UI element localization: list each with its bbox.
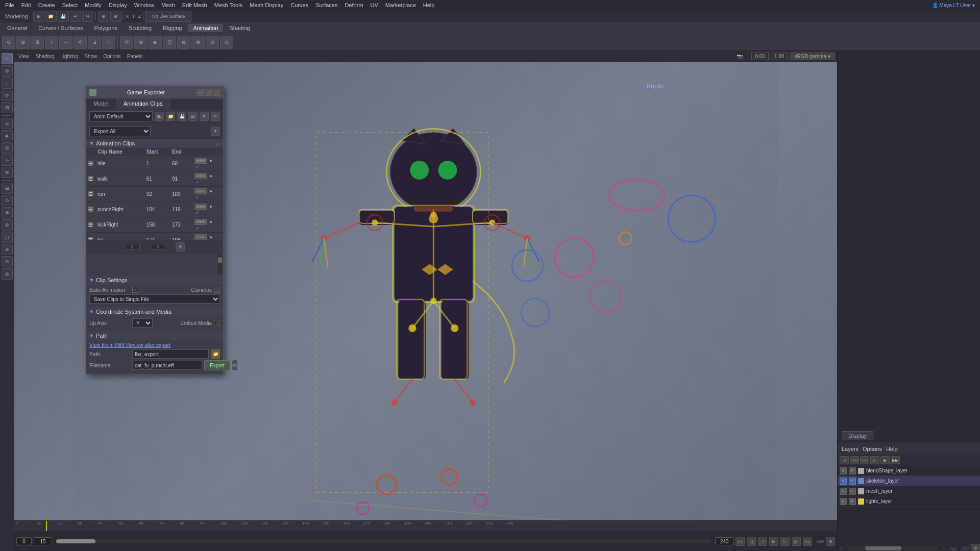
playback-prev-key[interactable]: ◁| xyxy=(747,537,756,546)
mode-btn-4[interactable]: ↩ xyxy=(70,11,81,22)
shelf-tab-general[interactable]: General xyxy=(2,24,32,32)
tool-11[interactable]: ⊞ xyxy=(2,183,13,194)
menu-help[interactable]: Help xyxy=(420,2,438,9)
vp-btn-shading[interactable]: Shading xyxy=(34,53,57,60)
menu-select[interactable]: Select xyxy=(59,2,81,9)
ge-preset-select[interactable]: Anim Default xyxy=(89,111,153,121)
layer-vis-blendshape[interactable]: V xyxy=(840,467,847,474)
ge-axis-select[interactable]: Y xyxy=(132,318,153,328)
tool-17[interactable]: ⊕ xyxy=(2,256,13,267)
mode-btn-3[interactable]: 💾 xyxy=(58,11,69,22)
layer-forward-btn[interactable]: ▷▷ xyxy=(860,456,869,464)
playback-next-frame[interactable]: ▷ xyxy=(780,537,790,546)
menu-marketplace[interactable]: Marketplace xyxy=(382,2,419,9)
menu-deform[interactable]: Deform xyxy=(341,2,366,9)
tool-14[interactable]: ⊛ xyxy=(2,219,13,231)
current-frame-input[interactable] xyxy=(34,537,52,545)
menu-edit-mesh[interactable]: Edit Mesh xyxy=(179,2,210,9)
shelf-icon-8[interactable]: ⊹ xyxy=(102,36,115,49)
clip-check-idle[interactable]: ✓ xyxy=(194,164,201,170)
shelf-tab-shading[interactable]: Shading xyxy=(224,24,255,32)
layer-p-mesh[interactable]: P xyxy=(849,488,856,495)
ge-new-end[interactable] xyxy=(150,244,165,250)
layer-back-btn[interactable]: ◁◁ xyxy=(850,456,859,464)
clip-drag-kickRight[interactable]: ☰ xyxy=(88,222,93,227)
ge-preset-btn-2[interactable]: 📁 xyxy=(166,112,175,121)
clip-check-walk[interactable]: ✓ xyxy=(194,179,201,185)
layer-end-btn[interactable]: ▷ xyxy=(870,456,879,464)
timeline-ruler[interactable]: 0 10 20 30 40 50 60 70 80 90 100 110 120… xyxy=(14,521,837,531)
menu-window[interactable]: Window xyxy=(131,2,157,9)
tool-5[interactable]: ⊞ xyxy=(2,102,13,113)
mode-btn-5[interactable]: ↪ xyxy=(82,11,93,22)
tool-9[interactable]: ⊹ xyxy=(2,155,13,166)
menu-edit[interactable]: Edit xyxy=(18,2,34,9)
clip-drag-walk[interactable]: ☰ xyxy=(88,176,93,181)
tool-10[interactable]: ⊕ xyxy=(2,167,13,178)
clip-keys-walk[interactable]: ⊞⊞⊞ xyxy=(194,173,207,179)
menu-mesh-display[interactable]: Mesh Display xyxy=(247,2,286,9)
ge-clips-scroll[interactable]: Clip Name Start End ☰ idle 1 60 ⊞⊞⊞ ▶ ✓ … xyxy=(86,148,223,240)
menu-surfaces[interactable]: Surfaces xyxy=(312,2,340,9)
tool-6[interactable]: ⊿ xyxy=(2,118,13,129)
no-live-surface-btn[interactable]: No Live Surface xyxy=(145,11,191,22)
vp-btn-camera-icon[interactable]: 📷 xyxy=(734,53,745,60)
menu-mesh[interactable]: Mesh xyxy=(158,2,178,9)
frame-start-input[interactable] xyxy=(16,537,32,545)
mode-btn-2[interactable]: 📁 xyxy=(45,11,57,22)
scroll-track[interactable] xyxy=(847,546,938,550)
layer-p-lights[interactable]: P xyxy=(849,498,856,505)
ge-section-clip-settings[interactable]: ▼ Clip Settings xyxy=(86,276,223,285)
clip-check-punchRight[interactable]: ✓ xyxy=(194,210,201,216)
shelf-tab-polygons[interactable]: Polygons xyxy=(89,24,122,32)
clip-keys-run[interactable]: ⊞⊞⊞ xyxy=(194,188,207,194)
tool-12[interactable]: ⊙ xyxy=(2,195,13,206)
clip-check-run[interactable]: ✓ xyxy=(194,194,201,201)
ge-folder-btn[interactable]: 📁 xyxy=(211,349,220,359)
ge-embed-checkbox[interactable]: ✓ xyxy=(214,320,220,326)
clip-play-kickRight[interactable]: ▶ xyxy=(208,219,214,225)
frame-end-input[interactable] xyxy=(715,537,733,545)
shelf-icon-10[interactable]: ⊚ xyxy=(134,36,148,49)
layer-p-skeleton[interactable]: P xyxy=(849,478,856,485)
clip-play-idle[interactable]: ▶ xyxy=(208,158,214,164)
ge-preset-btn-5[interactable]: ✕ xyxy=(200,112,209,121)
playback-play[interactable]: ▶ xyxy=(769,537,778,546)
tool-8[interactable]: ◎ xyxy=(2,142,13,154)
clip-keys-idle[interactable]: ⊞⊞⊞ xyxy=(194,158,207,164)
tool-3[interactable]: ↕ xyxy=(2,78,13,89)
ge-path-input[interactable] xyxy=(132,349,209,359)
tool-18[interactable]: ◎ xyxy=(2,268,13,280)
vp-btn-lighting[interactable]: Lighting xyxy=(58,53,80,60)
vp-color-mode[interactable]: sRGB gamma ▾ xyxy=(790,53,835,60)
help-tab-label[interactable]: Help xyxy=(886,446,898,452)
shelf-icon-7[interactable]: ⊿ xyxy=(88,36,101,49)
shelf-icon-15[interactable]: ⊘ xyxy=(206,36,219,49)
menu-mesh-tools[interactable]: Mesh Tools xyxy=(211,2,246,9)
clip-drag-idle[interactable]: ☰ xyxy=(88,161,93,166)
shelf-icon-6[interactable]: ⟲ xyxy=(74,36,87,49)
ge-tab-model[interactable]: Model xyxy=(86,98,116,109)
playback-go-start[interactable]: |◁ xyxy=(736,537,745,546)
ge-maximize-btn[interactable]: □ xyxy=(205,89,212,96)
ge-add-clip-btn[interactable]: + xyxy=(176,242,185,252)
shelf-icon-5[interactable]: ↔ xyxy=(59,36,72,49)
clip-play-hit[interactable]: ▶ xyxy=(208,234,214,240)
layer-play-btn[interactable]: ▶ xyxy=(880,456,890,464)
tool-13[interactable]: ⊗ xyxy=(2,207,13,218)
ge-export-select[interactable]: Export All xyxy=(89,126,151,136)
menu-display[interactable]: Display xyxy=(106,2,130,9)
clip-drag-hit[interactable]: ☰ xyxy=(88,237,93,240)
ge-minimize-btn[interactable]: ─ xyxy=(197,89,204,96)
shelf-icon-3[interactable]: ⊞ xyxy=(31,36,44,49)
layer-play-fwd-btn[interactable]: ▶▶ xyxy=(891,456,900,464)
shelf-tab-rigging[interactable]: Rigging xyxy=(158,24,187,32)
ge-preset-btn-4[interactable]: ⊞ xyxy=(188,112,198,121)
shelf-icon-9[interactable]: ⟳ xyxy=(120,36,133,49)
display-btn[interactable]: Display xyxy=(842,431,873,440)
layer-vis-mesh[interactable]: V xyxy=(840,488,847,495)
clip-keys-hit[interactable]: ⊞⊞⊞ xyxy=(194,234,207,240)
ge-view-file-link[interactable]: View file in FBX Review after export xyxy=(89,342,170,348)
vp-btn-panels[interactable]: Panels xyxy=(125,53,145,60)
layer-p-blendshape[interactable]: P xyxy=(849,467,856,474)
